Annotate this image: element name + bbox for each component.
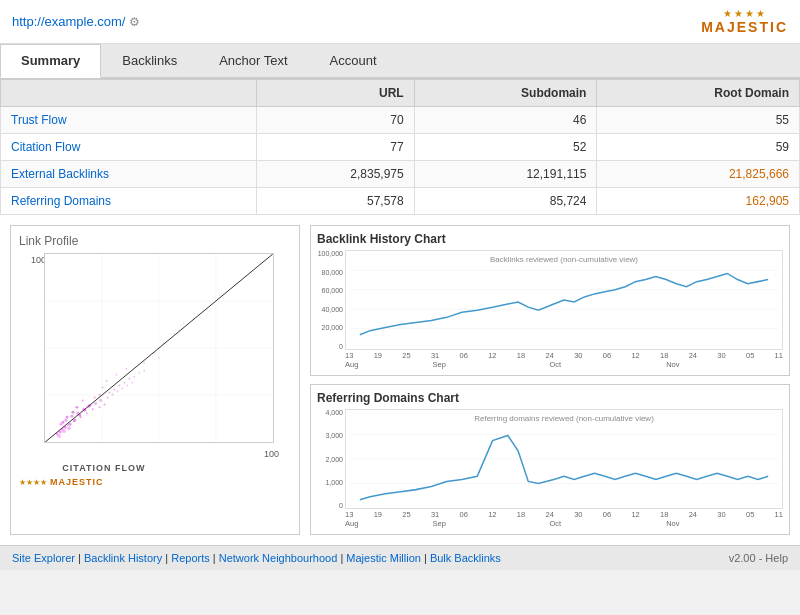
svg-point-15 [71,411,74,414]
backlink-chart-title: Backlink History Chart [317,232,783,246]
svg-point-38 [133,376,135,378]
trust-flow-subdomain: 46 [414,107,597,134]
svg-point-53 [99,399,102,402]
svg-point-60 [153,352,155,354]
citation-flow-url: 77 [257,134,414,161]
footer-link-reports[interactable]: Reports [171,552,210,564]
majestic-logo: ★★★★ MAJESTIC [701,8,788,35]
svg-point-9 [64,426,67,429]
link-profile-title: Link Profile [19,234,291,248]
svg-point-61 [163,342,165,344]
row-label-trust-flow[interactable]: Trust Flow [1,107,257,134]
x-axis-max: 100 [264,449,279,459]
table-row: External Backlinks 2,835,975 12,191,115 … [1,161,800,188]
logo-text: MAJESTIC [701,19,788,35]
citation-flow-rootdomain: 59 [597,134,800,161]
logo-stars: ★★★★ [723,8,767,19]
footer-link-network-neighbourhood[interactable]: Network Neighbourhood [219,552,338,564]
svg-point-8 [59,431,62,434]
svg-point-40 [138,372,140,374]
svg-point-36 [106,380,108,382]
table-row: Trust Flow 70 46 55 [1,107,800,134]
backlink-x-axis-months: AugSepOctNov [317,360,783,369]
metrics-table: URL Subdomain Root Domain Trust Flow 70 … [0,79,800,215]
row-label-referring-domains[interactable]: Referring Domains [1,188,257,215]
tabs-bar: Summary Backlinks Anchor Text Account [0,44,800,79]
svg-point-21 [67,424,69,426]
svg-point-58 [126,385,128,387]
external-backlinks-subdomain: 12,191,115 [414,161,597,188]
tab-anchor-text[interactable]: Anchor Text [198,44,308,77]
svg-point-35 [123,382,125,384]
small-logo-text: MAJESTIC [50,477,104,487]
svg-point-27 [104,403,106,405]
footer-version: v2.00 - Help [729,552,788,564]
svg-point-46 [60,423,63,426]
svg-point-57 [121,388,123,390]
svg-point-65 [183,322,185,324]
domains-chart-inner: Referring domains reviewed (non-cumulati… [345,409,783,509]
tab-backlinks[interactable]: Backlinks [101,44,198,77]
trust-flow-url: 70 [257,107,414,134]
svg-point-66 [193,318,195,320]
link-profile-box: Link Profile TRUST FLOW 100 [10,225,300,535]
scatter-plot-area [44,253,274,443]
citation-flow-subdomain: 52 [414,134,597,161]
footer-links: Site Explorer | Backlink History | Repor… [12,552,501,564]
backlink-chart-inner: Backlinks reviewed (non-cumulative view) [345,250,783,350]
col-header-subdomain: Subdomain [414,80,597,107]
svg-point-13 [65,416,68,419]
majestic-small-logo: ★★★★ MAJESTIC [19,477,291,487]
referring-domains-url: 57,578 [257,188,414,215]
svg-point-23 [80,416,82,418]
table-row: Citation Flow 77 52 59 [1,134,800,161]
url-container: http://example.com/⚙ [12,14,140,29]
col-header-url: URL [257,80,414,107]
table-row: Referring Domains 57,578 85,724 162,905 [1,188,800,215]
domains-chart-area: 4,000 3,000 2,000 1,000 0 Referring doma… [317,409,783,509]
svg-point-62 [173,332,175,334]
svg-point-49 [76,412,79,415]
backlink-history-chart-box: Backlink History Chart 100,000 80,000 60… [310,225,790,376]
svg-point-63 [143,362,145,364]
backlink-chart-area: 100,000 80,000 60,000 40,000 20,000 0 Ba… [317,250,783,350]
svg-point-43 [57,434,61,438]
footer: Site Explorer | Backlink History | Repor… [0,545,800,570]
domains-x-axis-months: AugSepOctNov [317,519,783,528]
row-label-citation-flow[interactable]: Citation Flow [1,134,257,161]
svg-point-32 [113,389,115,391]
tab-summary[interactable]: Summary [0,44,101,78]
footer-link-backlink-history[interactable]: Backlink History [84,552,162,564]
footer-link-site-explorer[interactable]: Site Explorer [12,552,75,564]
svg-point-22 [73,420,75,422]
svg-point-29 [94,396,96,398]
svg-point-51 [87,405,90,408]
x-axis-label: CITATION FLOW [62,463,145,473]
svg-point-54 [107,396,109,398]
svg-point-47 [65,419,68,422]
url-link[interactable]: http://example.com/ [12,14,125,29]
tab-account[interactable]: Account [309,44,398,77]
domains-y-axis: 4,000 3,000 2,000 1,000 0 [317,409,345,509]
row-label-external-backlinks[interactable]: External Backlinks [1,161,257,188]
backlink-y-axis: 100,000 80,000 60,000 40,000 20,000 0 [317,250,345,350]
referring-domains-rootdomain: 162,905 [597,188,800,215]
svg-point-37 [128,378,130,380]
gear-icon[interactable]: ⚙ [129,15,140,29]
footer-link-majestic-million[interactable]: Majestic Million [346,552,421,564]
data-table-container: URL Subdomain Root Domain Trust Flow 70 … [0,79,800,215]
domains-chart-title: Referring Domains Chart [317,391,783,405]
svg-point-45 [67,426,71,430]
footer-link-bulk-backlinks[interactable]: Bulk Backlinks [430,552,501,564]
bottom-section: Link Profile TRUST FLOW 100 [0,215,800,545]
svg-point-42 [125,368,127,370]
svg-point-56 [116,391,118,393]
col-header-label [1,80,257,107]
scatter-container: TRUST FLOW 100 [19,253,279,473]
domains-chart-box: Referring Domains Chart 4,000 3,000 2,00… [310,384,790,535]
svg-point-30 [99,394,101,396]
svg-point-28 [82,399,84,401]
svg-point-25 [92,408,94,410]
charts-section: Backlink History Chart 100,000 80,000 60… [310,225,790,535]
svg-point-52 [94,402,97,405]
